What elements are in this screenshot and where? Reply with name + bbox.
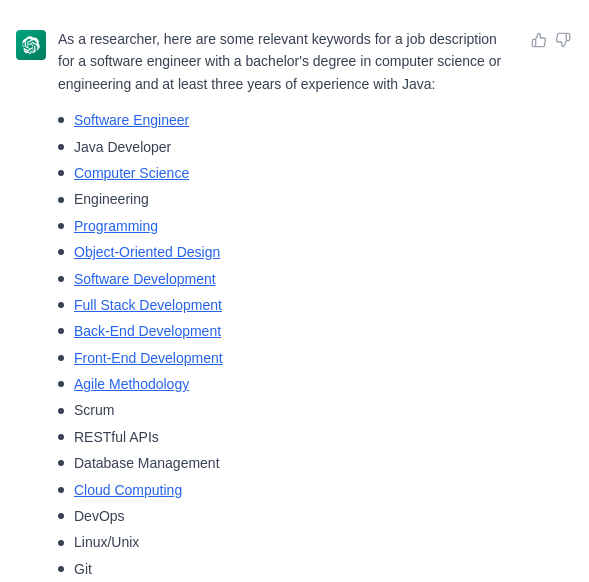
list-item: Computer Science	[58, 160, 517, 186]
keyword-text[interactable]: Agile Methodology	[74, 373, 189, 395]
thumbup-icon	[531, 32, 547, 48]
keyword-text[interactable]: Object-Oriented Design	[74, 241, 220, 263]
keyword-text: Scrum	[74, 399, 114, 421]
bullet-icon	[58, 408, 64, 414]
keyword-text[interactable]: Full Stack Development	[74, 294, 222, 316]
list-item: RESTful APIs	[58, 424, 517, 450]
list-item: Full Stack Development	[58, 292, 517, 318]
keyword-text: Linux/Unix	[74, 531, 139, 553]
keyword-text[interactable]: Cloud Computing	[74, 479, 182, 501]
message-content: As a researcher, here are some relevant …	[58, 28, 517, 582]
bullet-icon	[58, 276, 64, 282]
thumbup-button[interactable]	[529, 30, 549, 50]
bullet-icon	[58, 197, 64, 203]
list-item: Software Engineer	[58, 107, 517, 133]
bullet-icon	[58, 434, 64, 440]
bullet-icon	[58, 117, 64, 123]
keyword-text[interactable]: Back-End Development	[74, 320, 221, 342]
keyword-text[interactable]: Computer Science	[74, 162, 189, 184]
avatar	[16, 30, 46, 60]
bullet-icon	[58, 223, 64, 229]
thumbdown-button[interactable]	[553, 30, 573, 50]
chatgpt-logo-icon	[22, 36, 40, 54]
list-item: Object-Oriented Design	[58, 239, 517, 265]
list-item: Agile Methodology	[58, 371, 517, 397]
message-row: As a researcher, here are some relevant …	[0, 16, 589, 582]
chat-container: As a researcher, here are some relevant …	[0, 0, 589, 582]
keyword-text: Java Developer	[74, 136, 171, 158]
bullet-icon	[58, 513, 64, 519]
list-item: Linux/Unix	[58, 529, 517, 555]
list-item: Java Developer	[58, 134, 517, 160]
keyword-text[interactable]: Programming	[74, 215, 158, 237]
keyword-text[interactable]: Software Development	[74, 268, 216, 290]
list-item: Cloud Computing	[58, 477, 517, 503]
thumbdown-icon	[555, 32, 571, 48]
list-item: Front-End Development	[58, 345, 517, 371]
list-item: Git	[58, 556, 517, 582]
bullet-icon	[58, 144, 64, 150]
keyword-text: RESTful APIs	[74, 426, 159, 448]
list-item: Software Development	[58, 266, 517, 292]
list-item: DevOps	[58, 503, 517, 529]
feedback-buttons	[529, 30, 573, 50]
keyword-text: Database Management	[74, 452, 220, 474]
keyword-text[interactable]: Front-End Development	[74, 347, 223, 369]
keyword-list: Software EngineerJava DeveloperComputer …	[58, 107, 517, 582]
bullet-icon	[58, 487, 64, 493]
intro-text: As a researcher, here are some relevant …	[58, 28, 517, 95]
bullet-icon	[58, 566, 64, 572]
bullet-icon	[58, 302, 64, 308]
keyword-text[interactable]: Software Engineer	[74, 109, 189, 131]
bullet-icon	[58, 249, 64, 255]
keyword-text: Engineering	[74, 188, 149, 210]
bullet-icon	[58, 381, 64, 387]
list-item: Programming	[58, 213, 517, 239]
bullet-icon	[58, 460, 64, 466]
bullet-icon	[58, 328, 64, 334]
bullet-icon	[58, 540, 64, 546]
list-item: Scrum	[58, 397, 517, 423]
keyword-text: DevOps	[74, 505, 125, 527]
bullet-icon	[58, 170, 64, 176]
bullet-icon	[58, 355, 64, 361]
list-item: Back-End Development	[58, 318, 517, 344]
list-item: Database Management	[58, 450, 517, 476]
keyword-text: Git	[74, 558, 92, 580]
list-item: Engineering	[58, 186, 517, 212]
